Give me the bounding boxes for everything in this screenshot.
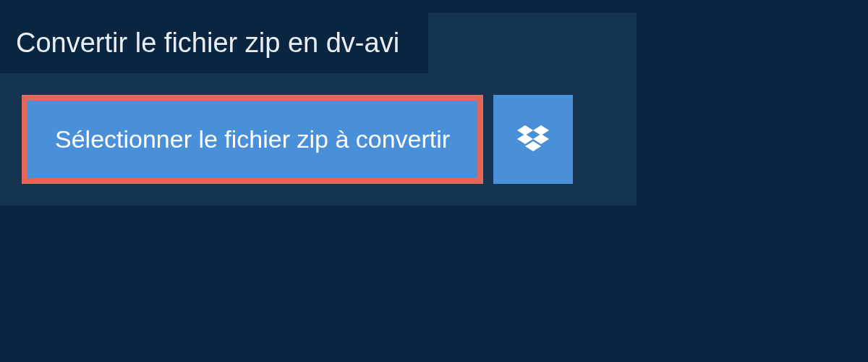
select-file-button[interactable]: Sélectionner le fichier zip à convertir [22, 95, 483, 184]
select-file-button-label: Sélectionner le fichier zip à convertir [55, 125, 450, 153]
title-tab: Convertir le fichier zip en dv-avi [0, 13, 428, 73]
page-title: Convertir le fichier zip en dv-avi [16, 28, 399, 58]
button-row: Sélectionner le fichier zip à convertir [22, 95, 615, 184]
dropbox-icon [517, 125, 549, 154]
converter-panel: Convertir le fichier zip en dv-avi Sélec… [0, 13, 637, 206]
dropbox-button[interactable] [493, 95, 573, 184]
